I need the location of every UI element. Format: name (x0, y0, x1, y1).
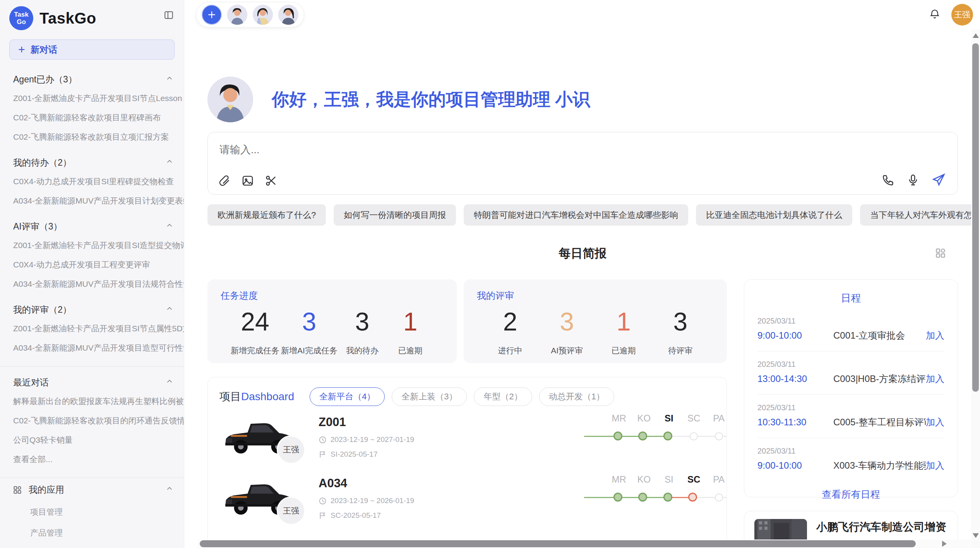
milestone-label: KO (632, 413, 657, 424)
scroll-right-arrow-icon[interactable] (942, 541, 947, 547)
sidebar-item[interactable]: Z001-全新燃油皮卡产品开发项目SI节点Lesson Learn报告 (0, 89, 184, 108)
suggestion-chip[interactable]: 欧洲新规最近颁布了什么? (207, 204, 326, 226)
join-meeting-link[interactable]: 加入 (926, 459, 944, 472)
milestone-dot[interactable] (688, 493, 697, 502)
milestone-dot[interactable] (613, 432, 622, 440)
flag-icon (319, 450, 327, 459)
recent-chat-item[interactable]: C02-飞腾新能源轻客改款项目的闭环通告反馈情况 (0, 411, 184, 430)
sidebar-item[interactable]: Z001-全新燃油轻卡产品开发项目SI节点属性5D文件评审 (0, 319, 184, 338)
dashboard-header: 项目Dashboard 全新平台（4）全新上装（3）年型（2）动总开发（1） (208, 377, 726, 410)
sidebar-item[interactable]: A034-全新新能源MUV产品开发项目计划变更表编写 (0, 191, 184, 211)
suggestion-chip[interactable]: 当下年轻人对汽车外观有怎样的喜好趋势 (860, 204, 980, 226)
stat-value: 1 (387, 304, 433, 339)
join-meeting-link[interactable]: 加入 (926, 373, 944, 385)
scroll-down-arrow-icon[interactable] (973, 533, 979, 538)
join-meeting-link[interactable]: 加入 (926, 416, 944, 428)
news-title: 小鹏飞行汽车制造公司增资 (816, 520, 946, 534)
sidebar-group-0[interactable]: Agent已办（3） (0, 63, 184, 89)
sidebar-item[interactable]: Z001-全新燃油轻卡产品开发项目SI造型提交物评审 (0, 236, 184, 255)
agent-avatar[interactable] (278, 5, 298, 25)
schedule-name: C005-整车工程目标评审 (833, 416, 926, 428)
sidebar-item[interactable]: C0X4-动力总成开发项目SI里程碑提交物检查 (0, 172, 184, 191)
sidebar-group-2[interactable]: AI评审（3） (0, 211, 184, 236)
milestone-dot[interactable] (663, 493, 672, 502)
agent-avatar[interactable] (227, 5, 247, 25)
schedule-item: 2025/03/1113:00-14:30C003|H0B-方案冻结评审加入 (757, 351, 944, 395)
app-item[interactable]: 项目管理 (0, 502, 184, 522)
vertical-scrollbar-thumb[interactable] (972, 43, 979, 392)
stat-value: 1 (600, 304, 647, 339)
scissors-icon[interactable] (264, 174, 278, 187)
milestone-track (607, 431, 727, 442)
recent-chat-item[interactable]: 公司Q3轻卡销量 (0, 430, 184, 450)
add-agent-button[interactable] (202, 5, 222, 25)
milestone-dot[interactable] (715, 432, 723, 440)
join-meeting-link[interactable]: 加入 (926, 329, 944, 342)
paperclip-icon[interactable] (218, 174, 231, 187)
stat-item: 24新增完成任务 (231, 304, 279, 356)
suggestion-chip[interactable]: 比亚迪全固态电池计划具体说了什么 (696, 204, 852, 226)
chat-input-box[interactable] (207, 132, 958, 195)
app-item[interactable]: 产品管理 (0, 522, 184, 543)
notifications-bell-icon[interactable] (929, 8, 941, 21)
sidebar-item[interactable]: C02-飞腾新能源轻客改款项目里程碑画布 (0, 108, 184, 127)
project-row[interactable]: 王强A0342023-12-19 ~ 2026-01-19SC-2025-05-… (208, 474, 726, 535)
milestone-dot[interactable] (638, 432, 647, 440)
scroll-up-arrow-icon[interactable] (973, 33, 979, 38)
dashboard-tab[interactable]: 全新平台（4） (310, 387, 385, 406)
sidebar-item[interactable]: A034-全新新能源MUV产品开发项目法规符合性评审 (0, 274, 184, 294)
mic-icon[interactable] (906, 173, 920, 187)
sidebar-group-0-label: Agent已办（3） (13, 74, 77, 86)
sidebar-group-recent[interactable]: 最近对话 (0, 366, 184, 392)
stat-value: 3 (544, 304, 590, 339)
stat-value: 3 (281, 304, 338, 339)
sidebar-collapse-icon[interactable] (164, 10, 174, 22)
sidebar-group-3-label: 我的评审（2） (13, 304, 72, 316)
sidebar-group-1-label: 我的待办（2） (13, 157, 72, 169)
vertical-scrollbar (971, 29, 980, 548)
suggestion-chip[interactable]: 特朗普可能对进口汽车增税会对中国车企造成哪些影响 (464, 204, 688, 226)
horizontal-scrollbar-thumb[interactable] (200, 540, 916, 547)
project-dates: 2023-12-19 ~ 2027-01-19 (319, 435, 414, 444)
stat-label: 我的待办 (339, 345, 385, 356)
dashboard-tab[interactable]: 全新上装（3） (392, 387, 467, 406)
milestone-dot[interactable] (663, 432, 672, 440)
new-chat-button[interactable]: 新对话 (9, 39, 175, 60)
sidebar-group-1[interactable]: 我的待办（2） (0, 147, 184, 172)
suggestion-chip[interactable]: 如何写一份清晰的项目周报 (334, 204, 456, 226)
chat-input[interactable] (219, 144, 800, 156)
recent-chat-item[interactable]: 查看全部... (0, 450, 184, 469)
sidebar-item[interactable]: A034-全新新能源MUV产品开发项目造型可行性评审 (0, 338, 184, 358)
milestone-dot[interactable] (613, 493, 622, 502)
sidebar-item-my-apps[interactable]: 我的应用 (0, 478, 184, 502)
sidebar-item[interactable]: C02-飞腾新能源轻客改款项目立项汇报方案 (0, 127, 184, 147)
schedule-name: X003-车辆动力学性能验... (833, 459, 926, 472)
milestone-label: SC (682, 413, 707, 424)
topbar: 王强 (184, 0, 980, 29)
dashboard-tab[interactable]: 年型（2） (474, 387, 532, 406)
layout-grid-icon[interactable] (934, 247, 947, 261)
milestone-dot[interactable] (690, 432, 698, 440)
sidebar-header: Task Go TaskGo (0, 0, 184, 34)
app-item[interactable]: 变更管理 (0, 543, 184, 548)
schedule-item: 2025/03/119:00-10:00X003-车辆动力学性能验...加入 (757, 438, 944, 481)
send-icon[interactable] (931, 173, 946, 187)
agent-avatar[interactable] (253, 5, 273, 25)
image-icon[interactable] (241, 174, 254, 187)
phone-icon[interactable] (882, 173, 895, 187)
sidebar-group-3[interactable]: 我的评审（2） (0, 294, 184, 319)
milestone-dot[interactable] (638, 493, 647, 502)
project-row[interactable]: 王强Z0012023-12-19 ~ 2027-01-19SI-2025-05-… (208, 413, 726, 474)
milestone-label: MR (607, 413, 632, 424)
user-avatar[interactable]: 王强 (951, 4, 973, 26)
stat-value: 2 (487, 304, 533, 339)
milestone-label: SI (656, 413, 682, 424)
sidebar-item[interactable]: C0X4-动力总成开发项目工程变更评审 (0, 255, 184, 274)
milestone-dot[interactable] (715, 493, 723, 502)
schedule-time: 13:00-14:30 (757, 373, 833, 384)
dashboard-tab[interactable]: 动总开发（1） (539, 387, 614, 406)
view-all-schedule-link[interactable]: 查看所有日程 (744, 481, 958, 501)
stat-value: 24 (231, 304, 279, 339)
greeting-text: 你好，王强，我是你的项目管理助理 小识 (272, 88, 590, 111)
recent-chat-item[interactable]: 解释最新出台的欧盟报废车法规再生塑料比例被调至15%... (0, 392, 184, 411)
